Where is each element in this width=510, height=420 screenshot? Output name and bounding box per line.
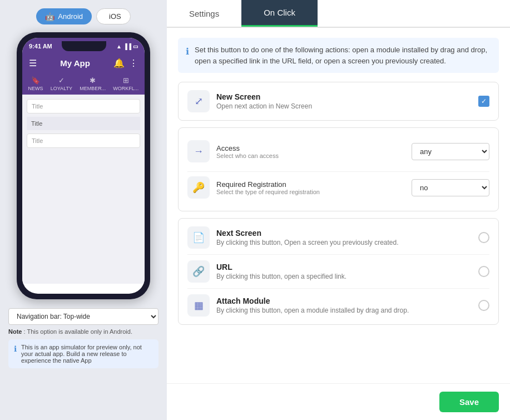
new-screen-icon: ⤢ <box>195 95 203 107</box>
attach-module-text: Attach Module By clicking this button, o… <box>216 297 472 314</box>
url-text: URL By clicking this button, open a spec… <box>216 263 472 280</box>
tab-settings[interactable]: Settings <box>167 0 241 27</box>
required-reg-row: 🔑 Required Registration Select the type … <box>187 171 489 203</box>
phone-time: 9:41 AM <box>29 43 52 50</box>
header-actions: 🔔 ⋮ <box>113 58 138 68</box>
note-text: Note : This option is available only in … <box>8 328 159 335</box>
ios-button[interactable]: iOS <box>96 8 131 24</box>
note-label: Note <box>8 328 22 335</box>
member-icon: ✱ <box>90 76 96 85</box>
android-label: Android <box>58 12 83 21</box>
info-icon: ℹ <box>14 344 17 364</box>
left-panel: 🤖 Android iOS 9:41 AM ▲ ▐▐ ▭ ☰ My App <box>0 0 167 420</box>
save-bar: Save <box>167 383 510 420</box>
link-icon: 🔗 <box>192 265 205 278</box>
phone-screen: 9:41 AM ▲ ▐▐ ▭ ☰ My App 🔔 ⋮ <box>22 38 145 294</box>
tab-onclick[interactable]: On Click <box>241 0 318 27</box>
nav-bar-select[interactable]: Navigation bar: Top-wide Navigation bar:… <box>8 308 159 325</box>
next-screen-icon-box: 📄 <box>187 226 210 249</box>
status-icons: ▲ ▐▐ ▭ <box>116 43 138 50</box>
next-screen-desc: By clicking this button, Open a screen y… <box>216 239 472 246</box>
menu-icon: ☰ <box>29 58 37 68</box>
more-icon: ⋮ <box>129 58 138 68</box>
bottom-controls: Navigation bar: Top-wide Navigation bar:… <box>8 308 159 368</box>
info-banner-icon: ℹ <box>186 45 189 66</box>
info-banner-text: Set this button to do one of the followi… <box>195 45 491 66</box>
access-row: → Access Select who can access any logge… <box>187 136 489 167</box>
android-button[interactable]: 🤖 Android <box>36 8 92 24</box>
new-screen-title: New Screen <box>216 92 472 101</box>
phone-status-bar: 9:41 AM ▲ ▐▐ ▭ <box>22 38 145 53</box>
url-radio[interactable] <box>478 266 489 277</box>
phone-content: Title Title Title <box>22 95 145 284</box>
phone-app-title: My App <box>60 58 90 68</box>
required-reg-desc: Select the type of required registration <box>216 189 405 195</box>
next-screen-title: Next Screen <box>216 229 472 238</box>
new-screen-icon-box: ⤢ <box>187 90 210 112</box>
actions-card: 📄 Next Screen By clicking this button, O… <box>178 218 499 325</box>
platform-switcher: 🤖 Android iOS <box>36 8 130 24</box>
ios-label: iOS <box>109 12 121 21</box>
panel-content: ℹ Set this button to do one of the follo… <box>167 28 510 383</box>
new-screen-card: ⤢ New Screen Open next action in New Scr… <box>178 82 499 121</box>
module-icon: ▦ <box>194 299 204 312</box>
attach-module-row: ▦ Attach Module By clicking this button,… <box>187 288 489 317</box>
android-icon: 🤖 <box>45 12 55 21</box>
nav-item-loyalty: ✓ LOYALTY <box>51 76 72 91</box>
phone-notch <box>62 41 106 51</box>
attach-module-icon-box: ▦ <box>187 294 210 317</box>
phone-mockup: 9:41 AM ▲ ▐▐ ▭ ☰ My App 🔔 ⋮ <box>17 32 150 299</box>
url-title: URL <box>216 263 472 271</box>
save-button[interactable]: Save <box>439 392 499 412</box>
access-icon-box: → <box>187 140 210 162</box>
phone-input-1: Title <box>27 99 140 113</box>
url-row: 🔗 URL By clicking this button, open a sp… <box>187 254 489 283</box>
access-text: Access Select who can access <box>216 144 405 159</box>
nav-item-member: ✱ MEMBER... <box>80 76 106 91</box>
access-select[interactable]: any logged in not logged in <box>412 143 489 160</box>
attach-module-radio[interactable] <box>478 300 489 311</box>
new-screen-row: ⤢ New Screen Open next action in New Scr… <box>187 90 489 112</box>
wifi-icon: ▲ <box>116 43 122 50</box>
next-screen-text: Next Screen By clicking this button, Ope… <box>216 229 472 246</box>
bell-icon: 🔔 <box>113 58 125 68</box>
required-reg-title: Required Registration <box>216 180 405 189</box>
phone-header: ☰ My App 🔔 ⋮ <box>22 53 145 73</box>
info-text: This is an app simulator for preview onl… <box>21 344 153 364</box>
access-card: → Access Select who can access any logge… <box>178 127 499 211</box>
key-icon: 🔑 <box>192 181 205 194</box>
new-screen-checkbox[interactable]: ✓ <box>478 96 489 107</box>
nav-label-member: MEMBER... <box>80 86 106 91</box>
required-reg-text: Required Registration Select the type of… <box>216 180 405 195</box>
note-content: : This option is available only in Andro… <box>24 328 132 335</box>
signal-icon: ▐▐ <box>123 43 131 50</box>
nav-label-loyalty: LOYALTY <box>51 86 72 91</box>
new-screen-desc: Open next action in New Screen <box>216 102 472 110</box>
nav-label-workfl: WORKFL... <box>113 86 138 91</box>
access-icon: → <box>194 146 204 157</box>
info-banner: ℹ Set this button to do one of the follo… <box>178 38 499 73</box>
phone-input-2: Title <box>27 117 140 130</box>
attach-module-title: Attach Module <box>216 297 472 305</box>
news-icon: 🔖 <box>31 76 40 85</box>
access-desc: Select who can access <box>216 152 405 159</box>
battery-icon: ▭ <box>133 43 138 50</box>
access-title: Access <box>216 144 405 152</box>
nav-item-workfl: ⊞ WORKFL... <box>113 76 138 91</box>
loyalty-icon: ✓ <box>58 76 65 85</box>
required-reg-icon-box: 🔑 <box>187 176 210 199</box>
next-screen-radio[interactable] <box>478 232 489 243</box>
right-panel: Settings On Click ℹ Set this button to d… <box>167 0 510 420</box>
nav-item-news: 🔖 NEWS <box>28 76 43 91</box>
phone-input-3: Title <box>27 134 140 148</box>
info-box: ℹ This is an app simulator for preview o… <box>8 339 159 368</box>
nav-label-news: NEWS <box>28 86 43 91</box>
url-icon-box: 🔗 <box>187 260 210 283</box>
next-screen-icon: 📄 <box>192 231 205 244</box>
attach-module-desc: By clicking this button, open a module i… <box>216 307 472 314</box>
phone-nav: 🔖 NEWS ✓ LOYALTY ✱ MEMBER... ⊞ WORKFL... <box>22 73 145 95</box>
workfl-icon: ⊞ <box>123 76 129 85</box>
required-reg-select[interactable]: no email phone social <box>412 179 489 196</box>
next-screen-row: 📄 Next Screen By clicking this button, O… <box>187 226 489 249</box>
new-screen-text: New Screen Open next action in New Scree… <box>216 92 472 110</box>
